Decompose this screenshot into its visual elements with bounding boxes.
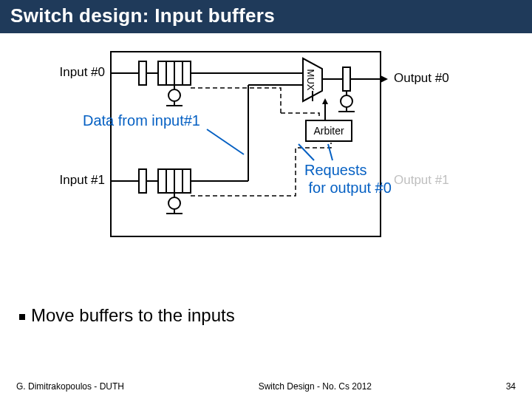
label-output0: Output #0 — [394, 71, 449, 85]
svg-point-20 — [168, 197, 180, 209]
label-mux: MUX — [305, 69, 316, 91]
svg-rect-14 — [139, 169, 146, 193]
annotation-requests: Requests for output #0 — [304, 161, 392, 197]
svg-point-8 — [168, 89, 180, 101]
label-arbiter: Arbiter — [313, 125, 344, 137]
slide-title: Switch design: Input buffers — [0, 0, 532, 33]
footer-left: G. Dimitrakopoulos - DUTH — [16, 381, 124, 392]
svg-rect-2 — [139, 61, 146, 85]
svg-marker-38 — [322, 98, 328, 104]
svg-point-32 — [341, 95, 352, 107]
annotation-requests-line2: for output #0 — [309, 180, 392, 196]
annotation-requests-line1: Requests — [304, 162, 367, 178]
label-output1: Output #1 — [394, 173, 449, 187]
svg-line-40 — [207, 129, 244, 154]
label-input1: Input #1 — [60, 173, 105, 187]
slide-footer: G. Dimitrakopoulos - DUTH Switch Design … — [0, 381, 532, 392]
footer-right: 34 — [506, 381, 516, 392]
bullet-1: Move buffers to the inputs — [31, 305, 235, 326]
diagram: Data from input#1 Requests for output #0… — [0, 33, 532, 299]
bullet-list: Move buffers to the inputs — [0, 299, 532, 326]
bullet-dot-icon — [19, 314, 25, 320]
footer-center: Switch Design - No. Cs 2012 — [259, 381, 372, 392]
svg-rect-29 — [343, 67, 350, 91]
svg-line-42 — [328, 144, 332, 160]
svg-marker-31 — [381, 75, 388, 83]
svg-line-41 — [299, 144, 314, 160]
switch-diagram-svg: Input #0 Input #1 — [0, 33, 532, 299]
label-input0: Input #0 — [60, 65, 105, 79]
annotation-data-from: Data from input#1 — [83, 112, 200, 129]
